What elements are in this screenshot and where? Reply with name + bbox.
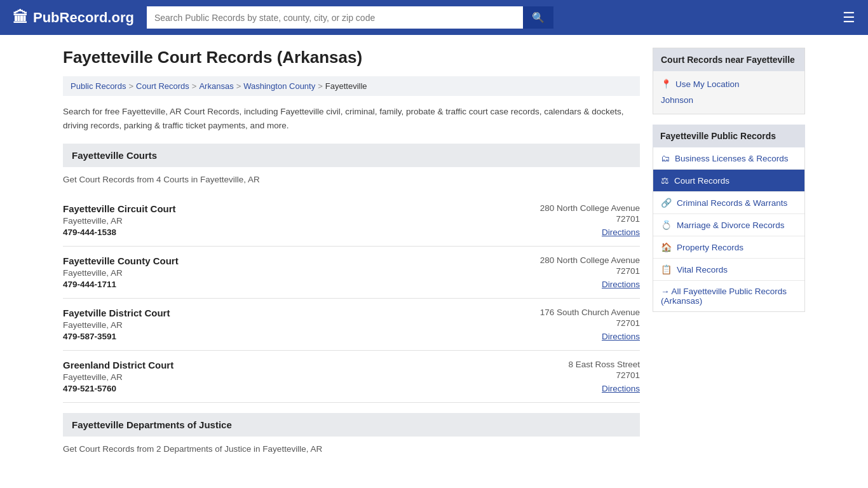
- page-description: Search for free Fayetteville, AR Court R…: [63, 105, 640, 132]
- court-city: Fayetteville, AR: [63, 216, 176, 226]
- logo-icon: 🏛: [13, 9, 28, 27]
- court-entry: Fayetteville Circuit Court Fayetteville,…: [63, 194, 640, 247]
- court-address-line1: 280 North College Avenue: [513, 255, 640, 265]
- court-info: Greenland District Court Fayetteville, A…: [63, 360, 173, 393]
- court-name: Greenland District Court: [63, 360, 173, 370]
- sidebar-nearby-header: Court Records near Fayetteville: [653, 48, 804, 71]
- court-address-line1: 280 North College Avenue: [513, 203, 640, 213]
- search-button[interactable]: 🔍: [523, 6, 553, 29]
- use-location-label: Use My Location: [675, 79, 740, 89]
- departments-section-description: Get Court Records from 2 Departments of …: [63, 444, 640, 454]
- breadcrumb-public-records[interactable]: Public Records: [71, 81, 126, 91]
- site-logo[interactable]: 🏛 PubRecord.org: [13, 9, 134, 27]
- breadcrumb-sep-3: >: [236, 81, 241, 91]
- court-phone: 479-444-1538: [63, 227, 176, 237]
- sidebar-all-link[interactable]: → All Fayetteville Public Records (Arkan…: [653, 280, 804, 311]
- sidebar-record-item[interactable]: 🗂 Business Licenses & Records: [653, 147, 804, 170]
- court-address-line2: 72701: [513, 266, 640, 276]
- sidebar-all-link-text: → All Fayetteville Public Records (Arkan…: [661, 287, 797, 306]
- record-item-label: Property Records: [677, 243, 797, 252]
- page-title: Fayetteville Court Records (Arkansas): [63, 48, 640, 67]
- breadcrumb-sep-4: >: [318, 81, 323, 91]
- record-item-icon: 💍: [661, 220, 672, 230]
- court-info: Fayetteville County Court Fayetteville, …: [63, 255, 179, 289]
- court-city: Fayetteville, AR: [63, 372, 173, 382]
- record-item-icon: ⚖: [661, 175, 669, 186]
- breadcrumb-washington-county[interactable]: Washington County: [243, 81, 315, 91]
- record-item-icon: 🏠: [661, 242, 672, 252]
- location-icon: 📍: [661, 79, 672, 89]
- logo-text: PubRecord.org: [33, 10, 134, 26]
- record-item-icon: 🔗: [661, 198, 672, 208]
- court-city: Fayetteville, AR: [63, 268, 179, 278]
- record-item-label: Marriage & Divorce Records: [677, 220, 797, 230]
- sidebar-nearby-box: Court Records near Fayetteville 📍 Use My…: [653, 48, 805, 114]
- menu-icon: ☰: [843, 10, 855, 25]
- use-my-location-button[interactable]: 📍 Use My Location: [661, 79, 797, 89]
- breadcrumb-sep-2: >: [192, 81, 197, 91]
- directions-link[interactable]: Directions: [602, 227, 640, 237]
- record-item-label: Criminal Records & Warrants: [677, 198, 797, 208]
- record-item-label: Business Licenses & Records: [675, 154, 797, 163]
- court-name: Fayetville District Court: [63, 308, 170, 318]
- court-entry: Fayetville District Court Fayetteville, …: [63, 299, 640, 351]
- breadcrumb-current: Fayetteville: [325, 81, 367, 91]
- sidebar-record-item[interactable]: 🔗 Criminal Records & Warrants: [653, 192, 804, 214]
- directions-link[interactable]: Directions: [602, 280, 640, 289]
- main-content: Fayetteville Court Records (Arkansas) Pu…: [63, 48, 640, 464]
- court-address-line1: 8 East Ross Street: [513, 360, 640, 369]
- sidebar-record-item[interactable]: 💍 Marriage & Divorce Records: [653, 214, 804, 236]
- court-phone: 479-521-5760: [63, 384, 173, 393]
- court-entry: Greenland District Court Fayetteville, A…: [63, 351, 640, 403]
- courts-section-header: Fayetteville Courts: [63, 144, 640, 167]
- court-city: Fayetteville, AR: [63, 320, 170, 330]
- breadcrumb-court-records[interactable]: Court Records: [136, 81, 189, 91]
- sidebar-record-item[interactable]: ⚖ Court Records: [653, 170, 804, 192]
- sidebar-records-header: Fayetteville Public Records: [653, 125, 805, 147]
- court-entry: Fayetteville County Court Fayetteville, …: [63, 247, 640, 299]
- court-address-line2: 72701: [513, 370, 640, 380]
- court-phone: 479-587-3591: [63, 332, 170, 341]
- court-address-line1: 176 South Church Avenue: [513, 308, 640, 317]
- nearby-city[interactable]: Johnson: [661, 94, 797, 106]
- departments-section-header: Fayetteville Departments of Justice: [63, 413, 640, 437]
- court-address: 176 South Church Avenue 72701 Directions: [513, 308, 640, 341]
- sidebar-record-items: 🗂 Business Licenses & Records ⚖ Court Re…: [653, 147, 804, 280]
- sidebar: Court Records near Fayetteville 📍 Use My…: [653, 48, 805, 464]
- record-item-label: Vital Records: [677, 265, 797, 274]
- search-wrapper: 🔍: [147, 6, 553, 29]
- sidebar-public-records-box: Fayetteville Public Records 🗂 Business L…: [653, 125, 805, 312]
- record-item-icon: 📋: [661, 264, 672, 274]
- court-name: Fayetteville County Court: [63, 255, 179, 266]
- breadcrumb: Public Records > Court Records > Arkansa…: [63, 76, 640, 96]
- court-address: 280 North College Avenue 72701 Direction…: [513, 255, 640, 289]
- court-info: Fayetteville Circuit Court Fayetteville,…: [63, 203, 176, 237]
- court-info: Fayetville District Court Fayetteville, …: [63, 308, 170, 341]
- breadcrumb-sep-1: >: [128, 81, 133, 91]
- search-input[interactable]: [147, 6, 523, 29]
- court-name: Fayetteville Circuit Court: [63, 203, 176, 214]
- breadcrumb-arkansas[interactable]: Arkansas: [199, 81, 233, 91]
- sidebar-record-item[interactable]: 📋 Vital Records: [653, 259, 804, 280]
- search-icon: 🔍: [532, 12, 545, 23]
- sidebar-records-list: 🗂 Business Licenses & Records ⚖ Court Re…: [653, 147, 805, 312]
- record-item-icon: 🗂: [661, 153, 670, 163]
- courts-section-description: Get Court Records from 4 Courts in Fayet…: [63, 175, 640, 184]
- court-phone: 479-444-1711: [63, 280, 179, 289]
- court-address-line2: 72701: [513, 318, 640, 328]
- directions-link[interactable]: Directions: [602, 384, 640, 393]
- sidebar-location: 📍 Use My Location Johnson: [653, 71, 804, 114]
- menu-button[interactable]: ☰: [843, 10, 855, 26]
- page-wrapper: Fayetteville Court Records (Arkansas) Pu…: [53, 35, 815, 477]
- court-address: 8 East Ross Street 72701 Directions: [513, 360, 640, 393]
- sidebar-record-item[interactable]: 🏠 Property Records: [653, 236, 804, 259]
- nearby-cities: Johnson: [661, 94, 797, 106]
- court-address: 280 North College Avenue 72701 Direction…: [513, 203, 640, 237]
- directions-link[interactable]: Directions: [602, 332, 640, 341]
- court-address-line2: 72701: [513, 214, 640, 224]
- site-header: 🏛 PubRecord.org 🔍 ☰: [0, 0, 868, 35]
- courts-list: Fayetteville Circuit Court Fayetteville,…: [63, 194, 640, 403]
- record-item-label: Court Records: [674, 176, 797, 186]
